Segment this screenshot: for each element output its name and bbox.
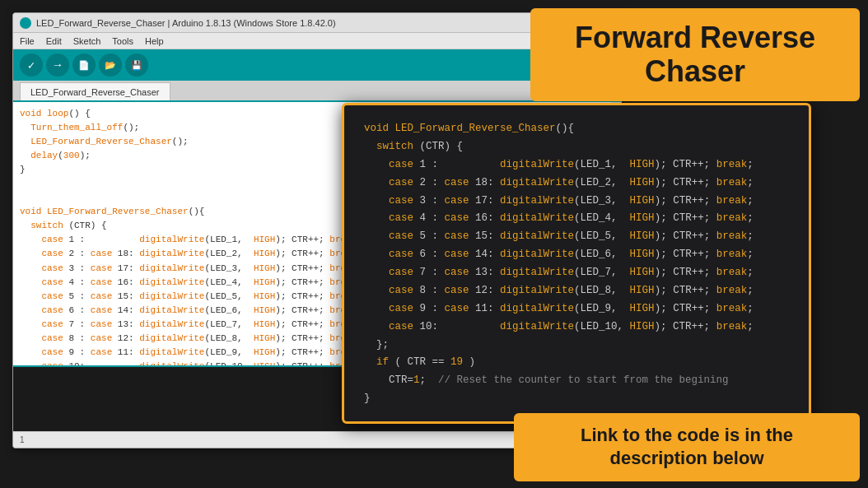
overlay-line-6: case 4 : case 16: digitalWrite(LED_4, HI… xyxy=(364,210,789,228)
overlay-line-5: case 3 : case 17: digitalWrite(LED_3, HI… xyxy=(364,193,789,211)
overlay-line-16: } xyxy=(364,390,789,408)
new-button[interactable]: 📄 xyxy=(72,53,96,77)
window-title: LED_Forward_Reverse_Chaser | Arduino 1.8… xyxy=(36,18,336,28)
title-overlay: Forward Reverse Chaser xyxy=(530,8,860,101)
description-overlay: Link to the code is in the description b… xyxy=(514,413,860,481)
menu-tools[interactable]: Tools xyxy=(112,36,133,46)
open-button[interactable]: 📂 xyxy=(99,53,122,77)
overlay-line-3: case 1 : digitalWrite(LED_1, HIGH); CTR+… xyxy=(364,156,789,174)
overlay-line-8: case 6 : case 14: digitalWrite(LED_6, HI… xyxy=(364,246,789,264)
overlay-line-1: void LED_Forward_Reverse_Chaser(){ xyxy=(364,120,789,138)
tab-label: LED_Forward_Reverse_Chaser xyxy=(30,87,160,97)
verify-button[interactable]: ✓ xyxy=(20,53,43,77)
overlay-line-13: }; xyxy=(364,337,789,355)
overlay-line-7: case 5 : case 15: digitalWrite(LED_5, HI… xyxy=(364,228,789,246)
app-icon xyxy=(20,17,31,29)
overlay-line-9: case 7 : case 13: digitalWrite(LED_7, HI… xyxy=(364,264,789,282)
overlay-line-10: case 8 : case 12: digitalWrite(LED_8, HI… xyxy=(364,282,789,300)
menu-edit[interactable]: Edit xyxy=(46,36,62,46)
save-button[interactable]: 💾 xyxy=(125,53,148,77)
menu-file[interactable]: File xyxy=(20,36,35,46)
overlay-line-14: if ( CTR == 19 ) xyxy=(364,354,789,372)
title-text: Forward Reverse Chaser xyxy=(575,21,815,88)
file-tab[interactable]: LED_Forward_Reverse_Chaser xyxy=(20,82,170,100)
menu-sketch[interactable]: Sketch xyxy=(73,36,101,46)
upload-button[interactable]: → xyxy=(46,53,69,77)
overlay-line-4: case 2 : case 18: digitalWrite(LED_2, HI… xyxy=(364,174,789,193)
line-number: 1 xyxy=(20,435,25,444)
menu-help[interactable]: Help xyxy=(145,36,164,46)
overlay-line-15: CTR=1; // Reset the counter to start fro… xyxy=(364,372,789,390)
description-text: Link to the code is in the description b… xyxy=(581,425,793,469)
overlay-line-2: switch (CTR) { xyxy=(364,138,789,156)
overlay-line-11: case 9 : case 11: digitalWrite(LED_9, HI… xyxy=(364,300,789,318)
code-overlay-panel: void LED_Forward_Reverse_Chaser(){ switc… xyxy=(342,103,811,424)
overlay-line-12: case 10: digitalWrite(LED_10, HIGH); CTR… xyxy=(364,318,789,337)
